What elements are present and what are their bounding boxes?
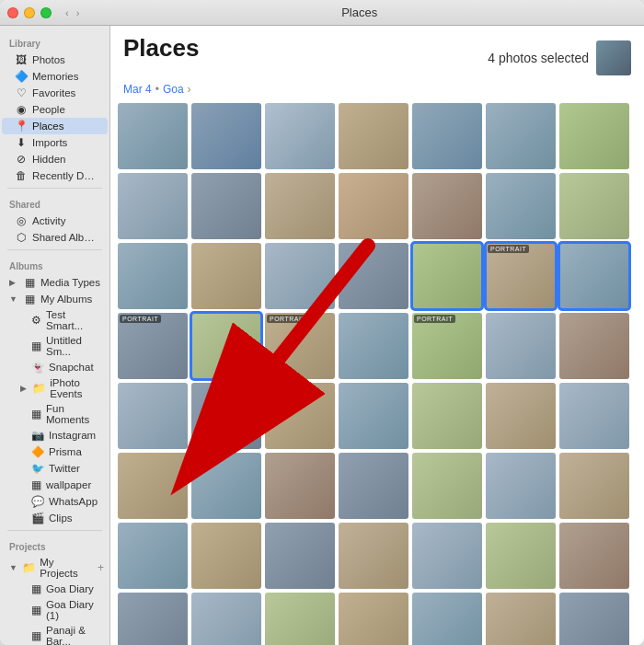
photo-cell[interactable]	[191, 313, 261, 379]
breadcrumb-date[interactable]: Mar 4	[123, 83, 152, 96]
photo-cell[interactable]	[486, 313, 556, 379]
photo-cell[interactable]	[412, 243, 482, 309]
iphoto-events-group[interactable]: ▶ 📁 iPhoto Events	[0, 375, 109, 401]
sidebar-item-panaji-bar[interactable]: ▦ Panaji & Bar...	[2, 623, 108, 645]
photo-cell[interactable]	[265, 103, 335, 169]
sidebar-item-label: Places	[32, 121, 98, 132]
photo-cell[interactable]	[412, 523, 482, 589]
photo-cell[interactable]	[486, 103, 556, 169]
sidebar-item-goa-diary-1[interactable]: ▦ Goa Diary (1)	[2, 597, 108, 623]
photo-cell[interactable]	[339, 243, 408, 309]
photo-cell[interactable]	[412, 593, 482, 645]
photo-cell[interactable]	[412, 173, 482, 239]
photo-cell[interactable]	[559, 313, 629, 379]
sidebar-item-label: Instagram	[49, 430, 96, 441]
add-project-button[interactable]: +	[98, 561, 104, 574]
photo-cell[interactable]	[265, 453, 335, 519]
photo-cell[interactable]	[191, 593, 261, 645]
photo-cell[interactable]	[339, 173, 408, 239]
my-projects-group[interactable]: ▼ 📁 My Projects +	[0, 555, 109, 581]
photo-cell[interactable]	[191, 243, 261, 309]
sidebar-item-memories[interactable]: 🔷 Memories	[2, 68, 108, 85]
photo-cell[interactable]	[559, 243, 629, 309]
photo-cell[interactable]	[412, 383, 482, 449]
photo-cell[interactable]	[339, 523, 408, 589]
sidebar-item-photos[interactable]: 🖼 Photos	[2, 52, 108, 68]
photo-cell[interactable]	[559, 383, 629, 449]
sidebar-item-fun-moments[interactable]: ▦ Fun Moments	[2, 401, 108, 427]
sidebar-item-favorites[interactable]: ♡ Favorites	[2, 85, 108, 101]
photo-cell[interactable]	[559, 523, 629, 589]
photo-cell[interactable]: PORTRAIT	[118, 313, 188, 379]
photo-cell[interactable]	[191, 173, 261, 239]
photo-cell[interactable]	[191, 453, 261, 519]
photo-cell[interactable]	[559, 593, 629, 645]
maximize-button[interactable]	[40, 7, 52, 18]
photo-cell[interactable]	[265, 173, 335, 239]
sidebar-item-wallpaper[interactable]: ▦ wallpaper	[2, 477, 108, 493]
close-button[interactable]	[7, 7, 18, 18]
my-albums-group[interactable]: ▼ ▦ My Albums	[0, 291, 109, 307]
places-icon: 📍	[15, 120, 28, 132]
photo-cell[interactable]	[559, 453, 629, 519]
photo-cell[interactable]	[191, 103, 261, 169]
back-arrow[interactable]: ‹	[63, 7, 72, 18]
photo-cell[interactable]	[486, 173, 556, 239]
photo-cell[interactable]	[191, 523, 261, 589]
photo-cell[interactable]	[118, 243, 188, 309]
photo-cell[interactable]: PORTRAIT	[412, 313, 482, 379]
photo-cell[interactable]	[339, 593, 408, 645]
photo-cell[interactable]	[486, 383, 556, 449]
photo-cell[interactable]	[486, 523, 556, 589]
photo-cell[interactable]	[339, 313, 408, 379]
photo-cell[interactable]: PORTRAIT	[265, 313, 335, 379]
sidebar-item-instagram[interactable]: 📷 Instagram	[2, 427, 108, 443]
photo-cell[interactable]	[118, 173, 188, 239]
sidebar-item-goa-diary[interactable]: ▦ Goa Diary	[2, 581, 108, 597]
prisma-icon: 🔶	[31, 445, 44, 458]
sidebar-item-label: People	[32, 104, 98, 115]
sidebar-item-label: WhatsApp	[49, 496, 98, 507]
photo-cell[interactable]	[265, 243, 335, 309]
forward-arrow[interactable]: ›	[74, 7, 83, 18]
photo-cell[interactable]	[412, 103, 482, 169]
photo-cell[interactable]	[339, 103, 408, 169]
minimize-button[interactable]	[24, 7, 35, 18]
chevron-right-icon: ▶	[20, 384, 28, 393]
photo-cell[interactable]	[486, 453, 556, 519]
sidebar-item-label: Test Smart...	[46, 309, 98, 331]
sidebar-item-whatsapp[interactable]: 💬 WhatsApp	[2, 493, 108, 510]
sidebar-item-test-smart[interactable]: ⚙ Test Smart...	[2, 307, 108, 333]
sidebar-item-snapchat[interactable]: 👻 Snapchat	[2, 359, 108, 375]
photo-cell[interactable]	[118, 523, 188, 589]
sidebar-item-activity[interactable]: ◎ Activity	[2, 213, 108, 229]
sidebar-item-twitter[interactable]: 🐦 Twitter	[2, 460, 108, 477]
photo-cell[interactable]	[265, 523, 335, 589]
sidebar-item-prisma[interactable]: 🔶 Prisma	[2, 443, 108, 460]
photo-cell[interactable]	[559, 103, 629, 169]
photo-cell[interactable]	[118, 593, 188, 645]
photo-cell[interactable]	[486, 593, 556, 645]
sidebar-item-places[interactable]: 📍 Places	[2, 118, 108, 134]
sidebar-item-clips[interactable]: 🎬 Clips	[2, 510, 108, 526]
media-types-group[interactable]: ▶ ▦ Media Types	[0, 274, 109, 291]
sidebar-item-people[interactable]: ◉ People	[2, 101, 108, 118]
photo-cell[interactable]	[339, 453, 408, 519]
sidebar-item-hidden[interactable]: ⊘ Hidden	[2, 151, 108, 167]
photo-cell[interactable]	[118, 103, 188, 169]
sidebar-item-shared-albums[interactable]: ⬡ Shared Albums	[2, 229, 108, 246]
photo-row	[118, 103, 637, 169]
photo-cell[interactable]	[191, 383, 261, 449]
photo-cell[interactable]	[412, 453, 482, 519]
sidebar-item-imports[interactable]: ⬇ Imports	[2, 134, 108, 151]
photo-cell[interactable]	[118, 453, 188, 519]
breadcrumb-location[interactable]: Goa	[163, 83, 184, 96]
photo-cell[interactable]	[339, 383, 408, 449]
sidebar-item-untitled-sm[interactable]: ▦ Untitled Sm...	[2, 333, 108, 359]
photo-cell[interactable]	[265, 383, 335, 449]
photo-cell[interactable]	[118, 383, 188, 449]
photo-cell[interactable]: PORTRAIT	[486, 243, 556, 309]
photo-cell[interactable]	[265, 593, 335, 645]
sidebar-item-recently-deleted[interactable]: 🗑 Recently Delet...	[2, 167, 108, 184]
photo-cell[interactable]	[559, 173, 629, 239]
